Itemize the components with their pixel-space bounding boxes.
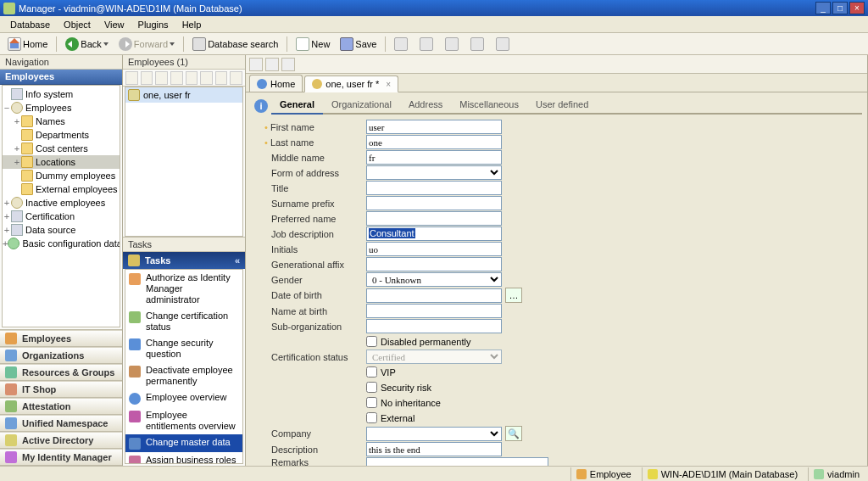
tasks-list[interactable]: Authorize as Identity Manager administra… [125,269,243,464]
input-firstname[interactable] [366,120,502,134]
toolbar-btn-2[interactable] [415,36,439,53]
tab-user[interactable]: one, user fr * × [304,76,398,92]
navbar-organizations[interactable]: Organizations [0,347,122,364]
forward-button[interactable]: Forward [114,36,179,53]
input-middlename[interactable] [366,150,502,165]
task-item[interactable]: Employee entitlements overview [125,407,242,434]
tree-item[interactable]: −Employees [3,101,120,115]
menu-plugins[interactable]: Plugins [131,18,175,31]
task-item[interactable]: Employee overview [125,389,242,407]
innertab-userdefined[interactable]: User defined [527,96,597,115]
navbar-it-shop[interactable]: IT Shop [0,381,122,398]
detail-tool-3[interactable] [281,58,295,71]
tree-item[interactable]: Info system [3,87,120,101]
tree-item[interactable]: +Cost centers [3,142,120,155]
check-securityrisk[interactable]: Security risk [366,382,431,393]
innertab-general[interactable]: General [271,96,323,115]
home-button[interactable]: Home [3,36,52,53]
expander-icon[interactable] [13,171,21,181]
expander-icon[interactable]: + [13,157,21,167]
tree-item[interactable]: +Certification [3,210,120,223]
check-noinheritance[interactable]: No inheritance [366,397,441,408]
list-tool-4[interactable] [170,71,183,85]
toolbar-btn-3[interactable] [441,36,465,53]
innertab-organizational[interactable]: Organizational [323,96,400,115]
menu-view[interactable]: View [97,18,131,31]
input-genaffix[interactable] [366,257,502,271]
employees-list[interactable]: one, user fr [125,87,243,237]
company-lookup-button[interactable]: 🔍 [505,426,522,441]
tree-item[interactable]: +Locations [3,155,120,169]
minimize-button[interactable]: _ [815,2,831,14]
tree-item[interactable]: Dummy employees [3,169,120,182]
expander-icon[interactable]: − [3,103,11,113]
tree-item[interactable]: Departments [3,128,120,142]
input-jobdescription[interactable]: Consultant [366,227,502,241]
expander-icon[interactable]: + [13,143,21,154]
task-item[interactable]: Change master data [125,434,242,452]
toolbar-btn-1[interactable] [390,36,414,53]
check-vip[interactable]: VIP [366,366,396,378]
expander-icon[interactable]: + [3,225,11,235]
navbar-active-directory[interactable]: Active Directory [0,432,122,449]
tasks-group-header[interactable]: Tasks « [123,252,245,269]
textarea-remarks[interactable] [366,457,548,466]
list-tool-8[interactable] [230,71,242,85]
input-lastname[interactable] [366,135,502,149]
back-button[interactable]: Back [61,36,112,53]
employee-item[interactable]: one, user fr [125,87,242,103]
new-button[interactable]: New [292,36,334,53]
maximize-button[interactable]: □ [832,2,848,14]
select-formofaddress[interactable] [366,165,502,180]
toolbar-btn-4[interactable] [466,36,490,53]
tab-home[interactable]: Home [249,75,303,92]
expander-icon[interactable] [13,130,21,140]
list-tool-5[interactable] [186,71,198,85]
check-external[interactable]: External [366,412,415,423]
innertab-address[interactable]: Address [400,96,451,115]
select-gender[interactable]: 0 - Unknown [366,272,502,287]
menu-object[interactable]: Object [57,18,97,31]
task-item[interactable]: Assign business roles and organizations [125,452,242,464]
input-suborg[interactable] [366,319,502,333]
input-initials[interactable] [366,242,502,256]
detail-tool-2[interactable] [265,58,279,71]
tab-close-icon[interactable]: × [386,80,391,89]
tree-item[interactable]: +Basic configuration data [3,237,120,250]
expander-icon[interactable]: + [3,211,11,221]
check-disabled-permanently[interactable]: Disabled permanently [366,336,470,347]
database-search-button[interactable]: Database search [188,36,282,53]
expander-icon[interactable] [3,89,11,99]
navigation-tree[interactable]: Info system−Employees+Names Departments+… [2,85,120,327]
expander-icon[interactable] [13,184,21,194]
list-tool-3[interactable] [155,71,168,85]
task-item[interactable]: Change security question [125,335,242,362]
task-item[interactable]: Deactivate employee permanently [125,362,242,389]
navbar-my-identity-manager[interactable]: My Identity Manager [0,449,122,466]
input-nameatbirth[interactable] [366,304,502,318]
list-tool-2[interactable] [141,71,153,85]
navbar-employees[interactable]: Employees [0,330,122,347]
task-item[interactable]: Change certification status [125,308,242,335]
menu-help[interactable]: Help [175,18,209,31]
list-tool-1[interactable] [125,71,138,85]
menu-database[interactable]: Database [3,18,57,31]
dob-calendar-button[interactable]: … [505,288,522,303]
input-preferredname[interactable] [366,211,502,226]
tree-item[interactable]: External employees [3,182,120,196]
list-tool-7[interactable] [215,71,228,85]
input-description[interactable] [366,442,502,456]
task-item[interactable]: Authorize as Identity Manager administra… [125,270,242,308]
navbar-attestation[interactable]: Attestation [0,398,122,415]
tree-item[interactable]: +Inactive employees [3,196,120,210]
innertab-miscellaneous[interactable]: Miscellaneous [451,96,527,115]
input-surnameprefix[interactable] [366,196,502,210]
navbar-resources-groups[interactable]: Resources & Groups [0,364,122,381]
tree-item[interactable]: +Names [3,115,120,128]
close-button[interactable]: × [849,2,865,14]
list-tool-6[interactable] [200,71,213,85]
input-title[interactable] [366,181,502,195]
tree-item[interactable]: +Data source [3,223,120,237]
toolbar-btn-5[interactable] [492,36,515,53]
save-button[interactable]: Save [336,36,381,53]
